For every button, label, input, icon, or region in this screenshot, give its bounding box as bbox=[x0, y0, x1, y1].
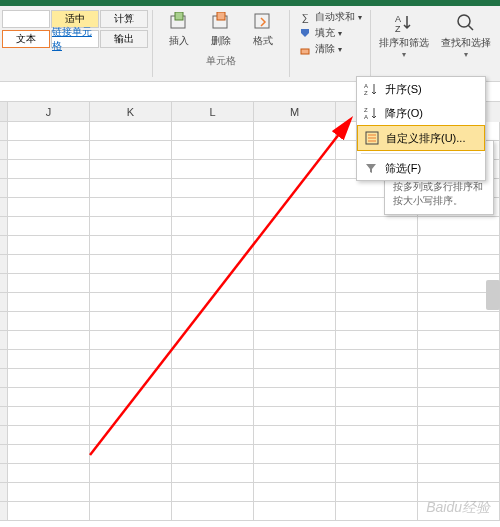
cell[interactable] bbox=[172, 331, 254, 350]
cell[interactable] bbox=[336, 350, 418, 369]
cell[interactable] bbox=[336, 369, 418, 388]
cell[interactable] bbox=[8, 122, 90, 141]
style-item[interactable]: 文本 bbox=[2, 30, 50, 48]
cell[interactable] bbox=[172, 236, 254, 255]
cell[interactable] bbox=[8, 293, 90, 312]
cell[interactable] bbox=[172, 274, 254, 293]
sort-ascending-item[interactable]: AZ 升序(S) bbox=[357, 77, 485, 101]
cell[interactable] bbox=[418, 236, 500, 255]
cell[interactable] bbox=[90, 445, 172, 464]
cell[interactable] bbox=[8, 331, 90, 350]
cell[interactable] bbox=[90, 217, 172, 236]
cell[interactable] bbox=[90, 236, 172, 255]
cell[interactable] bbox=[254, 369, 336, 388]
cell[interactable] bbox=[8, 350, 90, 369]
cell[interactable] bbox=[254, 483, 336, 502]
cell[interactable] bbox=[336, 426, 418, 445]
select-all-corner[interactable] bbox=[0, 102, 8, 122]
row-header[interactable] bbox=[0, 217, 8, 236]
cell[interactable] bbox=[172, 312, 254, 331]
style-item[interactable]: 计算 bbox=[100, 10, 148, 28]
cell[interactable] bbox=[172, 483, 254, 502]
cell[interactable] bbox=[90, 502, 172, 521]
row-header[interactable] bbox=[0, 274, 8, 293]
sort-descending-item[interactable]: ZA 降序(O) bbox=[357, 101, 485, 125]
fill-button[interactable]: 填充 ▾ bbox=[298, 26, 362, 40]
cell[interactable] bbox=[336, 255, 418, 274]
vertical-scrollbar[interactable] bbox=[486, 280, 500, 310]
cell[interactable] bbox=[418, 255, 500, 274]
cell[interactable] bbox=[90, 312, 172, 331]
row-header[interactable] bbox=[0, 407, 8, 426]
clear-button[interactable]: 清除 ▾ bbox=[298, 42, 362, 56]
cell[interactable] bbox=[90, 255, 172, 274]
row-header[interactable] bbox=[0, 388, 8, 407]
cell[interactable] bbox=[254, 236, 336, 255]
cell[interactable] bbox=[336, 483, 418, 502]
find-select-group[interactable]: 查找和选择 ▾ bbox=[435, 6, 497, 81]
cell[interactable] bbox=[172, 426, 254, 445]
cell[interactable] bbox=[418, 217, 500, 236]
row-header[interactable] bbox=[0, 179, 8, 198]
cell[interactable] bbox=[336, 274, 418, 293]
cell[interactable] bbox=[336, 293, 418, 312]
cell[interactable] bbox=[254, 445, 336, 464]
cell[interactable] bbox=[254, 141, 336, 160]
cell[interactable] bbox=[172, 388, 254, 407]
cell[interactable] bbox=[336, 464, 418, 483]
cell[interactable] bbox=[418, 426, 500, 445]
cell[interactable] bbox=[90, 331, 172, 350]
row-header[interactable] bbox=[0, 293, 8, 312]
cell[interactable] bbox=[336, 236, 418, 255]
cell[interactable] bbox=[418, 312, 500, 331]
cell[interactable] bbox=[418, 388, 500, 407]
row-header[interactable] bbox=[0, 236, 8, 255]
cell[interactable] bbox=[172, 141, 254, 160]
row-header[interactable] bbox=[0, 369, 8, 388]
cell[interactable] bbox=[8, 198, 90, 217]
cell[interactable] bbox=[418, 369, 500, 388]
style-item[interactable]: 输出 bbox=[100, 30, 148, 48]
row-header[interactable] bbox=[0, 483, 8, 502]
cell[interactable] bbox=[418, 445, 500, 464]
cell[interactable] bbox=[254, 160, 336, 179]
cell[interactable] bbox=[254, 502, 336, 521]
cell[interactable] bbox=[172, 179, 254, 198]
insert-button[interactable]: 插入 bbox=[161, 10, 197, 48]
cell[interactable] bbox=[418, 350, 500, 369]
custom-sort-item[interactable]: 自定义排序(U)... bbox=[357, 125, 485, 151]
cell[interactable] bbox=[172, 464, 254, 483]
cell[interactable] bbox=[8, 407, 90, 426]
cell[interactable] bbox=[90, 141, 172, 160]
cell[interactable] bbox=[90, 369, 172, 388]
row-header[interactable] bbox=[0, 141, 8, 160]
cell[interactable] bbox=[90, 464, 172, 483]
column-header[interactable]: M bbox=[254, 102, 336, 122]
cell[interactable] bbox=[418, 407, 500, 426]
row-header[interactable] bbox=[0, 426, 8, 445]
cell[interactable] bbox=[8, 502, 90, 521]
cell[interactable] bbox=[90, 426, 172, 445]
cell[interactable] bbox=[418, 464, 500, 483]
cell[interactable] bbox=[254, 217, 336, 236]
cell[interactable] bbox=[254, 350, 336, 369]
cell[interactable] bbox=[172, 350, 254, 369]
filter-item[interactable]: 筛选(F) bbox=[357, 156, 485, 180]
cell[interactable] bbox=[172, 293, 254, 312]
row-header[interactable] bbox=[0, 445, 8, 464]
cell[interactable] bbox=[172, 407, 254, 426]
cell[interactable] bbox=[336, 445, 418, 464]
cell[interactable] bbox=[336, 331, 418, 350]
cell[interactable] bbox=[90, 179, 172, 198]
cell[interactable] bbox=[8, 255, 90, 274]
row-header[interactable] bbox=[0, 198, 8, 217]
cell[interactable] bbox=[336, 312, 418, 331]
cell[interactable] bbox=[8, 312, 90, 331]
cell[interactable] bbox=[8, 445, 90, 464]
row-header[interactable] bbox=[0, 312, 8, 331]
cell[interactable] bbox=[254, 426, 336, 445]
cell[interactable] bbox=[254, 179, 336, 198]
autosum-button[interactable]: ∑ 自动求和 ▾ bbox=[298, 10, 362, 24]
cell[interactable] bbox=[90, 388, 172, 407]
column-header[interactable]: J bbox=[8, 102, 90, 122]
